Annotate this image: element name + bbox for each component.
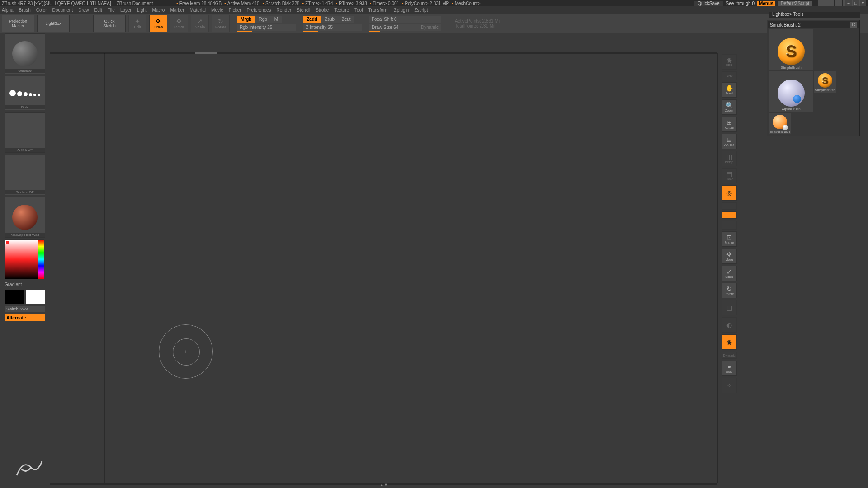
menu-material[interactable]: Material — [190, 8, 206, 13]
frame-button[interactable]: ⊡Frame — [722, 231, 737, 247]
bpr-button[interactable]: ◉BPR — [722, 54, 737, 70]
menu-macro[interactable]: Macro — [152, 8, 165, 13]
maximize-button[interactable]: □ — [853, 0, 859, 6]
lightbox-button[interactable]: LightBox — [37, 15, 70, 32]
move-button[interactable]: ✥Move — [170, 15, 188, 32]
focal-shift-slider[interactable]: Focal Shift 0 — [369, 16, 441, 23]
menu-picker[interactable]: Picker — [229, 8, 241, 13]
lsym-button[interactable] — [722, 202, 737, 210]
actual-button[interactable]: ⊞Actual — [722, 117, 737, 132]
quicksave-button[interactable]: QuickSave — [694, 1, 723, 6]
mrgb-button[interactable]: Mrgb — [237, 16, 255, 23]
menu-render[interactable]: Render — [277, 8, 292, 13]
menu-marker[interactable]: Marker — [170, 8, 184, 13]
canvas-scale-button[interactable]: ⤢Scale — [722, 266, 737, 281]
stat-active-mem: Active Mem 415 — [224, 1, 259, 6]
tool-simplebrush-small[interactable]: S SimpleBrush — [814, 71, 836, 93]
menu-movie[interactable]: Movie — [211, 8, 223, 13]
scroll-button[interactable]: ✋Scroll — [722, 82, 737, 98]
top-toolbar: Projection Master LightBox Quick Sketch … — [0, 14, 868, 33]
local-button[interactable]: ◎ — [722, 185, 737, 201]
draw-size-slider[interactable]: Draw Size 64 Dynamic — [369, 24, 441, 31]
alpha-selector[interactable]: Alpha Off — [5, 112, 45, 153]
canvas-scrollbar-bottom[interactable]: ▲▼ — [50, 483, 717, 485]
scale-button[interactable]: ⤢Scale — [191, 15, 209, 32]
menu-layer[interactable]: Layer — [120, 8, 132, 13]
right-icon-strip: ◉BPR SPrx ✋Scroll 🔍Zoom ⊞Actual ⊟AAHalf … — [722, 54, 737, 393]
menu-texture[interactable]: Texture — [334, 8, 349, 13]
minimize-button[interactable]: – — [845, 0, 852, 6]
alternate-button[interactable]: Alternate — [5, 314, 45, 321]
gradient-toggle[interactable]: Gradient — [5, 281, 45, 288]
menu-tool[interactable]: Tool — [354, 8, 363, 13]
floor-button[interactable]: ▦Floor — [722, 168, 737, 183]
projection-master-button[interactable]: Projection Master — [2, 15, 34, 32]
menus-toggle[interactable]: Menus — [757, 1, 775, 6]
zadd-button[interactable]: Zadd — [303, 16, 321, 23]
menu-transform[interactable]: Transform — [368, 8, 388, 13]
switch-color-button[interactable]: SwitchColor — [5, 306, 45, 312]
xpose-button[interactable] — [722, 211, 737, 219]
menu-color[interactable]: Color — [36, 8, 47, 13]
menu-stroke[interactable]: Stroke — [316, 8, 329, 13]
active-points-label: ActivePoints: 2.831 Mil — [455, 19, 500, 23]
solo-button[interactable]: ●Solo — [722, 361, 737, 376]
stroke-selector[interactable]: Dots — [5, 76, 45, 110]
xpose2-button[interactable] — [722, 221, 737, 230]
menu-preferences[interactable]: Preferences — [247, 8, 271, 13]
canvas-viewport[interactable]: + ▲▼ — [50, 53, 718, 483]
persp-button[interactable]: ◫Persp — [722, 151, 737, 166]
menu-stencil[interactable]: Stencil — [297, 8, 310, 13]
menu-document[interactable]: Document — [52, 8, 73, 13]
quicksketch-button[interactable]: Quick Sketch — [93, 15, 126, 32]
menu-file[interactable]: File — [108, 8, 115, 13]
aahalf-button[interactable]: ⊟AAHalf — [722, 134, 737, 149]
m-button[interactable]: M — [271, 16, 282, 23]
tool-simplebrush[interactable]: S SimpleBrush — [769, 29, 813, 70]
canvas-scrollbar-top[interactable] — [50, 52, 717, 54]
draw-button[interactable]: ✥Draw — [149, 15, 167, 32]
zcut-button[interactable]: Zcut — [338, 16, 354, 23]
menu-alpha[interactable]: Alpha — [2, 8, 14, 13]
menu-draw[interactable]: Draw — [78, 8, 89, 13]
texture-selector[interactable]: Texture Off — [5, 155, 45, 195]
canvas-move-button[interactable]: ✥Move — [722, 249, 737, 264]
edit-button[interactable]: ✦Edit — [128, 15, 146, 32]
menu-zscript[interactable]: Zscript — [414, 8, 428, 13]
menu-bar: Alpha Brush Color Document Draw Edit Fil… — [0, 6, 868, 14]
material-selector[interactable]: MatCap Red Wax — [5, 197, 45, 238]
z-intensity-slider[interactable]: Z Intensity 25 — [303, 24, 362, 31]
default-script-button[interactable]: DefaultZScript — [778, 1, 812, 6]
seethrough-slider[interactable]: See-through 0 — [726, 1, 755, 6]
stat-meshcount: MeshCount> — [452, 1, 481, 6]
menu-edit[interactable]: Edit — [94, 8, 102, 13]
polyf-button[interactable]: ▦ — [722, 300, 737, 315]
close-button[interactable]: × — [860, 0, 866, 6]
tool-panel-r-button[interactable]: R — [850, 22, 857, 28]
canvas-rotate-button[interactable]: ↻Rotate — [722, 283, 737, 298]
rgb-intensity-slider[interactable]: Rgb Intensity 25 — [237, 24, 296, 31]
stat-ztime: ZTime> 1.474 — [302, 1, 333, 6]
menu-zplugin[interactable]: Zplugin — [394, 8, 409, 13]
brush-selector[interactable]: Standard — [5, 33, 45, 74]
tool-alphabrush[interactable]: AlphaBrush — [769, 71, 813, 112]
sprx-button[interactable]: SPrx — [722, 71, 737, 80]
menu-light[interactable]: Light — [137, 8, 147, 13]
color-picker[interactable] — [5, 239, 44, 279]
hue-bar[interactable] — [38, 240, 44, 279]
menu-brush[interactable]: Brush — [19, 8, 31, 13]
dynamic-toggle[interactable]: Dynamic — [421, 25, 439, 30]
stat-free-mem: Free Mem 28.484GB — [176, 1, 222, 6]
stat-timer: Timer> 0.001 — [370, 1, 399, 6]
primary-color-swatch[interactable] — [25, 290, 45, 304]
tool-eraserbrush[interactable]: EraserBrush — [769, 113, 791, 134]
xform-button[interactable]: ✧ — [722, 378, 737, 393]
zsub-button[interactable]: Zsub — [321, 16, 338, 23]
zoom-button[interactable]: 🔍Zoom — [722, 99, 737, 115]
rgb-button[interactable]: Rgb — [255, 16, 270, 23]
rotate-button[interactable]: ↻Rotate — [212, 15, 230, 32]
transp-button[interactable]: ◐ — [722, 317, 737, 333]
ghost-button[interactable]: ◉ — [722, 334, 737, 350]
secondary-color-swatch[interactable] — [5, 290, 24, 304]
lightbox-breadcrumb[interactable]: Lightbox> Tools — [769, 12, 860, 18]
